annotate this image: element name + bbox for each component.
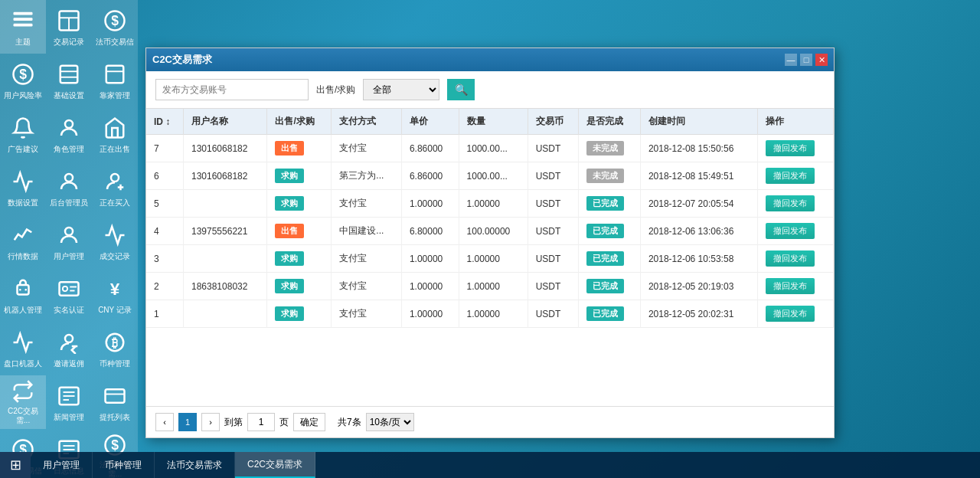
cell-payment: 支付宝 [332,300,402,328]
table-row: 5 求购 支付宝 1.00000 1.00000 USDT 已完成 2018-1… [146,190,834,218]
sidebar-item-selling-label: 正在出售 [100,145,130,154]
action-button[interactable]: 撤回发布 [766,278,815,294]
sidebar-item-news-mgmt[interactable]: 新闻管理 [46,375,92,429]
sidebar-item-basic-settings[interactable]: 基础设置 [46,54,92,107]
sidebar-item-fiat-trade-label: 法币交易信 [96,38,134,47]
sidebar-item-voucher-list-label: 提托列表 [100,413,130,422]
close-button[interactable]: ✕ [815,54,828,66]
sidebar-item-invite[interactable]: 邀请返佣 [46,322,92,375]
sidebar-item-user-mgmt-label: 用户管理 [54,252,84,261]
desktop: 主题 交易记录 $ 法币交易信 $ 用户风险率 基础设置 [0,0,980,478]
svg-point-15 [65,120,73,128]
table-row: 4 13975556221 出售 中国建设... 6.80000 100.000… [146,218,834,245]
cell-payment: 第三方为... [332,162,402,190]
cell-unit-price: 1.00000 [401,273,459,300]
data-table-container: ID ↕ 用户名称 出售/求购 支付方式 单价 数量 交易币 是否完成 创建时间… [146,109,834,406]
sidebar-item-invite-label: 邀请返佣 [54,359,84,368]
cell-currency: USDT [528,162,578,190]
cny-record-icon: ¥ [101,275,129,303]
sidebar-item-kyc[interactable]: 实名认证 [46,268,92,322]
taskbar-item-coin-mgmt[interactable]: 币种管理 [93,452,155,478]
cell-payment: 支付宝 [332,135,402,162]
action-button[interactable]: 撤回发布 [766,250,815,267]
total-items: 共7条 [338,416,361,429]
cell-type: 出售 [267,218,332,245]
cell-action: 撤回发布 [758,218,834,245]
cell-username: 13016068182 [184,135,267,162]
sidebar-item-risk-rate[interactable]: $ 用户风险率 [0,54,46,107]
sidebar-item-kyc-label: 实名认证 [54,306,84,315]
taskbar-items: 用户管理 币种管理 法币交易需求 C2C交易需求 [31,452,315,478]
svg-rect-10 [60,66,78,83]
sidebar-item-robot-mgmt[interactable]: 机器人管理 [0,268,46,322]
goto-confirm-button[interactable]: 确定 [293,413,325,431]
modal-window: C2C交易需求 — □ ✕ 出售/求购 全部 出售 求购 🔍 [145,47,835,438]
sidebar-item-shop-mgmt-label: 靠家管理 [100,91,130,100]
sidebar-item-trade-record[interactable]: 交易记录 [46,0,92,54]
col-unit-price: 单价 [401,109,459,135]
cell-id: 5 [146,190,184,218]
sidebar-item-selling[interactable]: 正在出售 [92,107,138,161]
cell-completed: 未完成 [578,135,640,162]
page-size-select[interactable]: 10条/页 20条/页 50条/页 [366,413,414,431]
sidebar-item-buying[interactable]: 正在买入 [92,161,138,214]
svg-rect-37 [106,389,125,403]
publisher-input[interactable] [155,79,309,100]
action-button[interactable]: 撤回发布 [766,223,815,239]
sidebar-item-deal-record[interactable]: 成交记录 [92,214,138,268]
basic-settings-icon [55,61,83,88]
sidebar-item-user-mgmt[interactable]: 用户管理 [46,214,92,268]
table-header-row: ID ↕ 用户名称 出售/求购 支付方式 单价 数量 交易币 是否完成 创建时间… [146,109,834,135]
cell-id: 6 [146,162,184,190]
taskbar-item-c2c-demand[interactable]: C2C交易需求 [235,452,315,478]
sidebar-item-basic-settings-label: 基础设置 [54,91,84,100]
sidebar-item-shop-mgmt[interactable]: 靠家管理 [92,54,138,107]
sidebar-item-data-settings[interactable]: 数据设置 [0,161,46,214]
sidebar-item-news-mgmt-label: 新闻管理 [54,413,84,422]
next-page-button[interactable]: › [201,413,220,431]
cell-currency: USDT [528,218,578,245]
table-row: 7 13016068182 出售 支付宝 6.86000 1000.00... … [146,135,834,162]
search-button[interactable]: 🔍 [447,79,475,100]
start-button[interactable]: ⊞ [0,452,31,478]
sidebar-item-cny-record-label: CNY 记录 [98,306,132,315]
cell-action: 撤回发布 [758,245,834,273]
taskbar-item-user-mgmt[interactable]: 用户管理 [31,452,93,478]
action-button[interactable]: 撤回发布 [766,306,815,322]
sidebar-item-backend-mgmt-label: 后台管理员 [50,198,88,208]
maximize-button[interactable]: □ [800,54,812,66]
sidebar-item-market-data[interactable]: 行情数据 [0,214,46,268]
cell-type: 求购 [267,273,332,300]
sidebar-item-c2c-demand[interactable]: C2C交易需... [0,375,46,429]
goto-page-input[interactable] [247,413,275,431]
sidebar-item-window-robot[interactable]: 盘口机器人 [0,322,46,375]
col-quantity: 数量 [459,109,528,135]
page-1-button[interactable]: 1 [178,413,197,431]
sidebar-item-home[interactable]: 主题 [0,0,46,54]
action-button[interactable]: 撤回发布 [766,195,815,211]
sidebar-item-voucher-list[interactable]: 提托列表 [92,375,138,429]
minimize-button[interactable]: — [785,54,797,66]
taskbar-item-fiat-demand[interactable]: 法币交易需求 [155,452,235,478]
svg-point-23 [25,289,28,291]
cell-unit-price: 1.00000 [401,245,459,273]
action-button[interactable]: 撤回发布 [766,140,815,156]
cell-currency: USDT [528,135,578,162]
c2c-demand-icon [9,379,37,404]
prev-page-button[interactable]: ‹ [155,413,174,431]
sidebar-item-coin-mgmt[interactable]: ₿ 币种管理 [92,322,138,375]
sidebar-item-role-mgmt[interactable]: 角色管理 [46,107,92,161]
action-button[interactable]: 撤回发布 [766,168,815,184]
trade-type-select[interactable]: 全部 出售 求购 [363,79,439,100]
search-bar: 出售/求购 全部 出售 求购 🔍 [146,71,834,109]
cell-username: 18638108032 [184,273,267,300]
sidebar-item-backend-mgmt[interactable]: 后台管理员 [46,161,92,214]
sidebar-item-fiat-trade[interactable]: $ 法币交易信 [92,0,138,54]
cell-completed: 已完成 [578,218,640,245]
sidebar-item-cny-record[interactable]: ¥ CNY 记录 [92,268,138,322]
svg-point-20 [65,228,73,235]
sidebar-item-ad-suggest[interactable]: 广告建议 [0,107,46,161]
cell-payment: 支付宝 [332,245,402,273]
cell-action: 撤回发布 [758,273,834,300]
page-unit: 页 [279,416,289,429]
